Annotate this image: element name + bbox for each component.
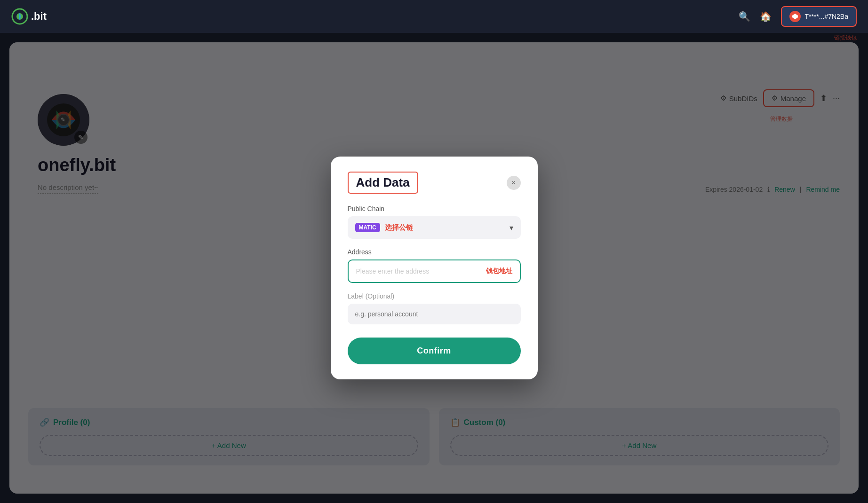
public-chain-label: Public Chain — [348, 205, 521, 212]
label-input[interactable] — [348, 304, 521, 324]
wallet-icon — [789, 11, 801, 22]
navbar-right: 🔍 🏠 T****...#7N2Ba — [739, 6, 857, 27]
chain-selector[interactable]: MATIC 选择公链 ▾ — [348, 216, 521, 239]
chevron-down-icon: ▾ — [510, 223, 513, 232]
address-label: Address — [348, 248, 521, 256]
confirm-button[interactable]: Confirm — [348, 338, 521, 364]
chain-left: MATIC 选择公链 — [355, 223, 413, 232]
app-name: .bit — [31, 10, 47, 23]
main-content: ⚙ SubDIDs ⚙ Manage ⬆ ··· 管理数据 — [0, 33, 868, 503]
wallet-address: T****...#7N2Ba — [804, 13, 848, 20]
close-icon: × — [511, 179, 516, 187]
label-optional: (Optional) — [366, 292, 394, 300]
add-data-modal: Add Data × Public Chain MATIC 选择公链 ▾ Add… — [331, 157, 538, 379]
home-button[interactable]: 🏠 — [760, 11, 772, 22]
label-field-label: Label (Optional) — [348, 292, 521, 300]
modal-close-button[interactable]: × — [507, 176, 521, 190]
search-button[interactable]: 🔍 — [739, 11, 750, 22]
address-placeholder: Please enter the address — [356, 267, 430, 275]
wallet-button[interactable]: T****...#7N2Ba — [781, 6, 857, 27]
modal-header: Add Data × — [348, 172, 521, 194]
navbar: .bit 🔍 🏠 T****...#7N2Ba 链接钱包 — [0, 0, 868, 33]
chain-badge: MATIC — [355, 223, 380, 232]
chain-placeholder: 选择公链 — [385, 223, 413, 232]
address-label-cn: 钱包地址 — [486, 267, 512, 275]
label-text: Label — [348, 292, 364, 300]
confirm-label: Confirm — [417, 346, 451, 355]
address-input-wrap[interactable]: Please enter the address 钱包地址 — [348, 259, 521, 283]
svg-marker-2 — [792, 14, 798, 19]
modal-title: Add Data — [348, 172, 418, 194]
modal-overlay: Add Data × Public Chain MATIC 选择公链 ▾ Add… — [0, 33, 868, 503]
app-logo[interactable]: .bit — [11, 8, 47, 25]
